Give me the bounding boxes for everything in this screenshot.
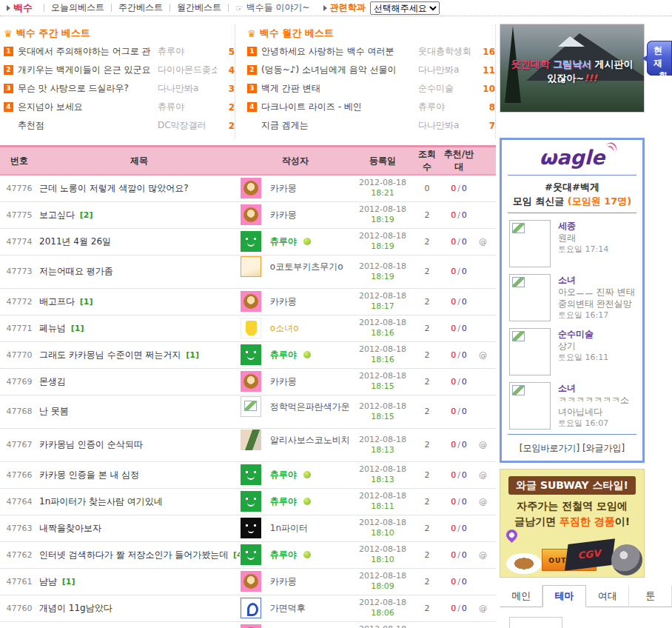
author-name[interactable]: 알리사보스코노비치 [270, 434, 350, 444]
best-post-title[interactable]: 추천점 [18, 119, 158, 132]
table-row: 47763 내짝을찾아보자 1n파이터 2012-08-18 18:10 [0, 515, 496, 541]
author-avatar[interactable] [241, 598, 261, 618]
author-avatar[interactable] [241, 344, 261, 365]
view-count: 14 [414, 621, 440, 628]
post-title-link[interactable]: 몬생김 [39, 376, 66, 387]
best-post-title[interactable]: 은지넘아 보세요 [18, 101, 158, 113]
drawing-board-ad-banner[interactable]: 웃긴대학 그림낙서 게시판이 있잖아~!!! [500, 24, 645, 113]
wagle-post[interactable]: 세종 원래 토요일 17:14 [502, 216, 642, 270]
author-name[interactable]: 카카몽 [270, 210, 297, 220]
wagle-post-author[interactable]: 세종 [558, 220, 608, 232]
wagle-logo[interactable]: ωagle [502, 143, 642, 173]
post-title-link[interactable]: 인터넷 검색하다가 짤 저장소인가 들어가봤는데 [39, 550, 228, 560]
wagle-post-author[interactable]: 소녀 [558, 274, 636, 286]
author-avatar[interactable] [241, 544, 261, 565]
author-name[interactable]: 1n파이터 [270, 523, 308, 533]
post-time: 18:11 [352, 501, 414, 512]
best-post-title[interactable]: 무슨 맛 사탕으로 드실라우? [18, 82, 158, 95]
author-name[interactable]: 츄루야 [270, 496, 297, 507]
panel-tab[interactable]: 툰 [629, 585, 672, 607]
author-name[interactable]: 카카몽 [270, 376, 297, 387]
post-title-link[interactable]: 카카몽님 인증이 순삭되따 [39, 439, 143, 450]
post-title-link[interactable]: 1n파이터가 찾는사람 여기있네 [39, 496, 163, 507]
author-avatar[interactable] [241, 204, 261, 225]
author-avatar[interactable] [241, 464, 261, 485]
author-name[interactable]: 카카몽 [270, 576, 297, 587]
table-row: 47764 1n파이터가 찾는사람 여기있네 츄루야 2012-08-18 18… [0, 488, 496, 515]
attachment-marker [478, 515, 496, 541]
best-post-title[interactable]: (덩동~♪) 소녀님에게 음악 선물이 [261, 64, 418, 76]
post-title-link[interactable]: 내짝을찾아보자 [39, 523, 101, 533]
vote-count: 0/0 [440, 341, 478, 368]
author-name[interactable]: 가면덕후 [270, 603, 306, 613]
board-title[interactable]: 백수 [13, 1, 33, 15]
author-avatar[interactable] [241, 396, 261, 417]
author-avatar[interactable] [241, 256, 261, 277]
post-title-link[interactable]: 페뉴넘 [39, 323, 66, 333]
best-post-title[interactable]: 다크나이트 라이즈 - 베인 [261, 101, 418, 113]
author-avatar[interactable] [241, 231, 261, 252]
wagle-post[interactable]: 소녀 아오ㅡㅡ 진짜 변태중의변태 완전실망 토요일 16:17 [502, 270, 642, 324]
content-thumbnail[interactable] [509, 617, 562, 628]
nav-menu-item[interactable]: 월간베스트 [177, 1, 221, 14]
author-name[interactable]: 츄루야 [270, 350, 297, 360]
best-post-author: 츄류야 [158, 101, 217, 113]
panel-tab[interactable]: 테마 [542, 585, 585, 607]
best-post-title[interactable]: 지금 겜게는 [261, 119, 418, 132]
author-name[interactable]: o소녀o [270, 323, 299, 333]
author-name[interactable]: 정학먹은파란색가운 [270, 401, 350, 411]
weekly-best-panel: ♛ 백수 주간 베스트 1 웃대에서 주의해야하는 어그로 관 츄루야 5 2 … [0, 24, 235, 138]
member-level-icon [303, 498, 311, 505]
panel-tab[interactable]: 여대 [586, 585, 629, 607]
author-avatar[interactable] [241, 291, 261, 312]
wagle-post[interactable]: 소녀 ㅋㅋㅋㅋㅋㅋㅋ소녀아닙네다 토요일 16:07 [502, 378, 642, 432]
best-post-title[interactable]: 안녕하세요 사랑하는 백수 여러분 [261, 45, 418, 58]
author-avatar[interactable] [241, 491, 261, 512]
best-post-author: 다나만봐a [418, 119, 477, 132]
post-title-link[interactable]: 카카몽 인증을 본 내 심정 [39, 470, 139, 480]
author-name[interactable]: 츄루야 [270, 236, 297, 247]
author-name[interactable]: 카카몽 [270, 183, 297, 193]
member-level-icon [303, 238, 311, 245]
wagle-footer-links[interactable]: [모임바로가기] [와글가입] [502, 437, 642, 455]
board-story-link[interactable]: 백수들 이야기~ [246, 1, 310, 14]
col-header-views: 조회수 [414, 147, 440, 176]
author-avatar[interactable] [241, 624, 261, 628]
wagle-post-author[interactable]: 순수미술 [558, 328, 608, 340]
author-avatar[interactable] [241, 318, 261, 338]
post-title-link[interactable]: 저는어때요 평가좀 [39, 266, 113, 276]
subway-event-ad[interactable]: 와글 SUBWAY 스타일! 자주가는 전철역 모임에 글남기면 푸짐한 경품이… [500, 469, 645, 578]
author-name[interactable]: 카카몽 [270, 296, 297, 307]
related-dept-select[interactable]: 선택해주세요 [370, 1, 440, 15]
attachment-marker: @ [478, 488, 496, 515]
post-title-link[interactable]: 냠냠 [39, 576, 57, 587]
author-avatar[interactable] [241, 571, 261, 592]
post-title-link[interactable]: 2011년 4월 26일 [39, 236, 111, 247]
author-name[interactable]: 츄루야 [270, 470, 297, 480]
best-post-title[interactable]: 개키우는 백게이들이 은근 있군요 [18, 64, 158, 76]
nav-menu-item[interactable]: 주간베스트 [118, 1, 163, 14]
best-section: ♛ 백수 주간 베스트 1 웃대에서 주의해야하는 어그로 관 츄루야 5 2 … [0, 16, 497, 138]
post-title-link[interactable]: 그래도 카카몽님 수준이면 쩌는거지 [39, 350, 181, 360]
panel-tab[interactable]: 메인 [500, 585, 542, 607]
post-number: 47759 [0, 621, 38, 628]
post-title-link[interactable]: 난 못봄 [39, 406, 69, 416]
post-title-link[interactable]: 배고프다 [39, 296, 75, 307]
best-post-count: 11 [477, 65, 495, 76]
post-title-link[interactable]: 보고싶다 [39, 210, 75, 220]
wagle-post-author[interactable]: 소녀 [558, 382, 636, 394]
wagle-post[interactable]: 순수미술 상기 토요일 16:11 [502, 324, 642, 378]
author-name[interactable]: 츄루야 [270, 550, 297, 560]
post-title-link[interactable]: 개념이 11g남았다 [39, 603, 112, 613]
best-post-title[interactable]: 백게 간판 변태 [261, 82, 418, 95]
author-avatar[interactable] [241, 371, 261, 392]
author-avatar[interactable] [241, 430, 261, 450]
author-avatar[interactable] [241, 518, 261, 538]
post-title-link[interactable]: 근데 노롱이 저렇게 색깔이 많았어요? [39, 183, 189, 193]
author-name[interactable]: o코토부키츠무기o [270, 261, 343, 271]
best-post-title[interactable]: 웃대에서 주의해야하는 어그로 관 [18, 45, 158, 58]
author-avatar[interactable] [241, 178, 261, 198]
top-navigation: 백수 오늘의베스트 주간베스트 월간베스트 ☞ 백수들 이야기~ 관련학과 선택… [0, 0, 672, 16]
nav-menu-item[interactable]: 오늘의베스트 [51, 1, 104, 14]
current-members-button[interactable]: 현재 회 [647, 41, 672, 76]
